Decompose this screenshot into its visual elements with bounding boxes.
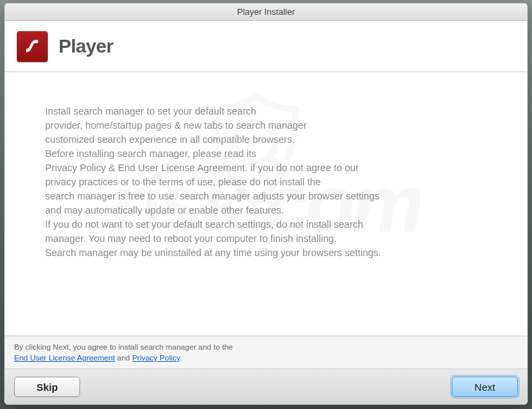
button-bar: Skip Next (5, 369, 527, 404)
header: Player (5, 21, 527, 72)
body-line: Before installing search manager, please… (45, 147, 487, 161)
eula-link[interactable]: End User License Agreement (14, 354, 115, 362)
body-line: If you do not want to set your default s… (45, 218, 487, 232)
body-line: Privacy Policy & End User License Agreem… (45, 161, 487, 175)
body-text: Install search manager to set your defau… (45, 104, 487, 260)
body-line: and may automatically update or enable o… (45, 203, 487, 218)
body-line: Install search manager to set your defau… (45, 104, 487, 119)
flash-logo-icon (17, 31, 48, 62)
next-button[interactable]: Next (452, 377, 518, 397)
body-line: customized search experience in all comp… (45, 133, 487, 147)
eula-suffix: . (180, 354, 182, 362)
eula-bar: By clicking Next, you agree to install s… (5, 336, 527, 369)
content-area: risk.com Install search manager to set y… (5, 72, 527, 336)
body-line: privacy practices or to the terms of use… (45, 175, 487, 189)
eula-and: and (115, 354, 133, 362)
window-title: Player Installer (237, 7, 295, 17)
app-title: Player (59, 36, 113, 57)
body-line: Search manager may be uninstalled at any… (45, 246, 487, 260)
skip-button[interactable]: Skip (14, 377, 80, 397)
window-titlebar: Player Installer (5, 3, 527, 21)
privacy-link[interactable]: Privacy Policy (132, 354, 180, 362)
body-line: provider, home/startup pages & new tabs … (45, 119, 487, 133)
eula-prefix: By clicking Next, you agree to install s… (14, 343, 233, 351)
body-line: search manager is free to use. search ma… (45, 189, 487, 203)
body-line: manager. You may need to reboot your com… (45, 232, 487, 246)
installer-window: Player Installer Player risk.com Install… (4, 3, 528, 405)
